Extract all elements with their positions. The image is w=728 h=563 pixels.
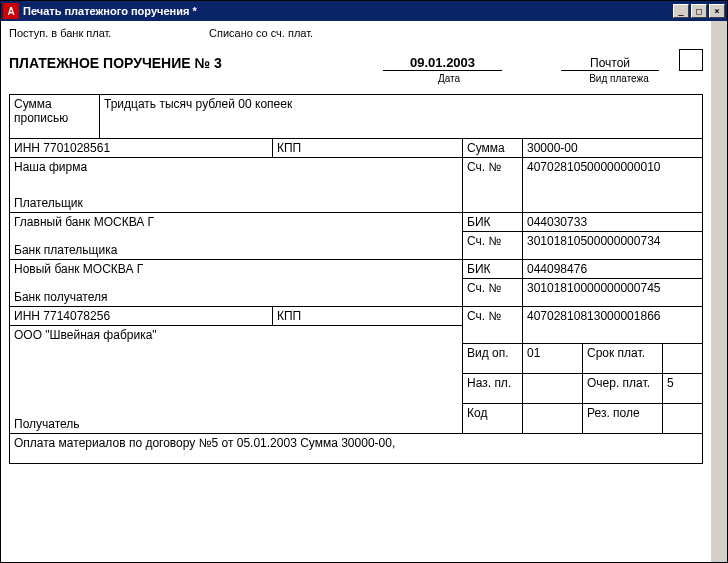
maximize-button[interactable]: □: [691, 4, 707, 18]
purpose-code: [523, 374, 583, 404]
debited-label: Списано со сч. плат.: [209, 27, 313, 39]
amount-words-label: Сумма прописью: [10, 95, 100, 139]
app-icon: А: [3, 3, 19, 19]
received-bank-label: Поступ. в банк плат.: [9, 27, 209, 39]
payer-bank-bik-label: БИК: [463, 212, 523, 231]
payee-bank-account-label: Сч. №: [463, 278, 523, 306]
payee-inn-label: ИНН: [14, 309, 40, 323]
priority-label: Очер. плат.: [583, 374, 663, 404]
purpose-code-label: Наз. пл.: [463, 374, 523, 404]
op-type: 01: [523, 344, 583, 374]
payer-kpp-label: КПП: [277, 141, 301, 155]
reserve-value: [663, 404, 703, 434]
close-button[interactable]: ×: [709, 4, 725, 18]
payment-type: Почтой: [561, 56, 660, 71]
date-label: Дата: [389, 73, 509, 84]
code-value: [523, 404, 583, 434]
document-area: Поступ. в банк плат. Списано со сч. плат…: [1, 21, 727, 562]
header-sublabels: Дата Вид платежа: [9, 73, 703, 94]
op-type-label: Вид оп.: [463, 344, 523, 374]
titlebar: А Печать платежного поручения * _ □ ×: [1, 1, 727, 21]
vertical-scrollbar[interactable]: [711, 21, 727, 562]
payee-kpp-cell: КПП: [273, 306, 463, 325]
window-title: Печать платежного поручения *: [23, 5, 671, 17]
payee-account-label: Сч. №: [463, 306, 523, 344]
document-date: 09.01.2003: [383, 55, 501, 71]
top-labels: Поступ. в банк плат. Списано со сч. плат…: [9, 25, 703, 49]
payer-role: Плательщик: [10, 176, 463, 212]
payee-kpp-label: КПП: [277, 309, 301, 323]
payment-table: Сумма прописью Тридцать тысяч рублей 00 …: [9, 94, 703, 464]
payer-inn-cell: ИНН 7701028561: [10, 139, 273, 158]
window-buttons: _ □ ×: [671, 4, 725, 18]
payer-inn-label: ИНН: [14, 141, 40, 155]
payer-bank-account-label: Сч. №: [463, 231, 523, 259]
payer-account-label: Сч. №: [463, 158, 523, 213]
payee-bank-account: 30101810000000000745: [523, 278, 703, 306]
header-row: ПЛАТЕЖНОЕ ПОРУЧЕНИЕ № 3 09.01.2003 Почто…: [9, 49, 703, 73]
minimize-button[interactable]: _: [673, 4, 689, 18]
payer-bank-name: Главный банк МОСКВА Г: [10, 212, 463, 231]
reserve-label: Рез. поле: [583, 404, 663, 434]
payer-name: Наша фирма: [10, 158, 463, 177]
priority-value: 5: [663, 374, 703, 404]
amount-words: Тридцать тысяч рублей 00 копеек: [100, 95, 703, 139]
payee-account: 40702810813000001866: [523, 306, 703, 344]
payment-purpose: Оплата материалов по договору №5 от 05.0…: [10, 434, 703, 464]
payee-inn: 7714078256: [43, 309, 110, 323]
payee-name: ООО "Швейная фабрика": [10, 325, 463, 344]
payer-account: 40702810500000000010: [523, 158, 703, 213]
payer-inn: 7701028561: [43, 141, 110, 155]
payment-type-label: Вид платежа: [569, 73, 669, 84]
payer-bank-account: 30101810500000000734: [523, 231, 703, 259]
payee-inn-cell: ИНН 7714078256: [10, 306, 273, 325]
payee-bank-role: Банк получателя: [10, 278, 463, 306]
amount-label: Сумма: [463, 139, 523, 158]
payer-bank-bik: 044030733: [523, 212, 703, 231]
payee-bank-bik-label: БИК: [463, 259, 523, 278]
payer-kpp-cell: КПП: [273, 139, 463, 158]
code-label: Код: [463, 404, 523, 434]
payee-bank-name: Новый банк МОСКВА Г: [10, 259, 463, 278]
app-window: А Печать платежного поручения * _ □ × По…: [0, 0, 728, 563]
code-box: [679, 49, 703, 71]
payee-bank-bik: 044098476: [523, 259, 703, 278]
payer-bank-role: Банк плательщика: [10, 231, 463, 259]
amount-value: 30000-00: [523, 139, 703, 158]
document-title: ПЛАТЕЖНОЕ ПОРУЧЕНИЕ № 3: [9, 55, 383, 71]
payee-role: Получатель: [10, 344, 463, 434]
term-label: Срок плат.: [583, 344, 663, 374]
term-value: [663, 344, 703, 374]
